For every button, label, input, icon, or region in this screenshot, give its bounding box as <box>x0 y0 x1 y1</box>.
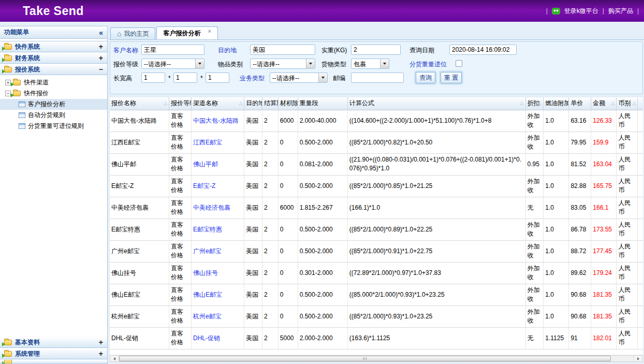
cell: 1.1125 <box>544 327 569 349</box>
column-header-label: 金额 <box>593 99 605 107</box>
item-type-value: --请选择-- <box>253 61 280 68</box>
column-header[interactable]: 燃油附加△ <box>544 97 569 110</box>
expand-toggle-icon[interactable]: + <box>99 339 103 346</box>
scrollbar-thumb[interactable] <box>119 356 611 361</box>
column-header[interactable]: 报价名称△ <box>110 97 169 110</box>
cell: 直客价格 <box>169 262 192 284</box>
column-header[interactable]: 渠道名称△ <box>192 97 244 110</box>
table-row[interactable]: 中美经济包裹直客价格中美经济包裹美国260001.815-2.267(166.1… <box>110 197 643 219</box>
channel-link[interactable]: 佛山平邮 <box>192 153 244 175</box>
cell: 63.16 <box>569 110 591 132</box>
tree-item[interactable]: 分货重量可进位规则 <box>0 121 107 132</box>
table-row[interactable]: 江西E邮宝直客价格江西E邮宝美国200.500-2.000((85*2/1.00… <box>110 132 643 153</box>
channel-link[interactable]: 杭州e邮宝 <box>192 305 244 327</box>
expand-toggle-icon[interactable]: + <box>99 43 103 50</box>
sidebar-section[interactable]: 报价系统− <box>0 64 107 75</box>
channel-link[interactable]: 江西E邮宝 <box>192 132 244 153</box>
horizontal-scrollbar[interactable] <box>110 355 643 362</box>
table-row[interactable]: 佛山E邮宝直客价格佛山E邮宝美国200.500-2.000((85.000*2/… <box>110 284 643 305</box>
sidebar-section[interactable]: 系统管理+ <box>0 348 107 359</box>
buy-product-link[interactable]: 购买产品 <box>608 7 633 16</box>
expand-toggle-icon[interactable]: + <box>99 54 103 62</box>
length-input[interactable] <box>141 72 165 83</box>
customer-name-input[interactable] <box>141 45 204 55</box>
collapse-sidebar-icon[interactable]: « <box>99 28 103 37</box>
column-header[interactable]: 材积除△ <box>278 97 298 110</box>
table-row[interactable]: E邮宝-Z直客价格E邮宝-Z美国200.500-2.000((85*2/1.00… <box>110 175 643 197</box>
column-header[interactable]: 金额△ <box>591 97 617 110</box>
column-header[interactable]: 重量段 <box>298 97 347 110</box>
channel-link[interactable]: 中国大包-水陆路 <box>192 110 244 132</box>
column-header[interactable]: 报价等级 <box>169 97 192 110</box>
column-header[interactable]: 结算重量△ <box>262 97 279 110</box>
sidebar-section[interactable]: 财务系统+ <box>0 52 107 64</box>
tree-item[interactable]: −快件报价 <box>0 88 107 99</box>
close-tab-icon[interactable]: × <box>208 28 211 34</box>
expand-toggle-icon[interactable]: + <box>99 350 103 357</box>
column-header[interactable]: 目的地△ <box>244 97 262 110</box>
dropdown-arrow-icon[interactable] <box>318 73 327 82</box>
cell: 90.68 <box>569 284 591 305</box>
cell: 直客价格 <box>169 305 192 327</box>
channel-link[interactable]: 佛山E邮宝 <box>192 284 244 305</box>
height-input[interactable] <box>206 72 229 83</box>
channel-link[interactable]: E邮宝特惠 <box>192 219 244 240</box>
tree-toggle-icon[interactable]: − <box>5 91 11 96</box>
item-type-select[interactable]: --请选择-- <box>250 59 315 69</box>
search-button[interactable]: 查询 <box>416 72 435 83</box>
dropdown-arrow-icon[interactable] <box>380 59 389 68</box>
table-row[interactable]: 佛山挂号直客价格佛山挂号美国200.301-2.000((72.89*2/1.0… <box>110 262 643 284</box>
quote-grade-select[interactable]: --请选择-- <box>141 59 204 69</box>
carry-weight-checkbox[interactable] <box>456 60 462 67</box>
cell: 中美经济包裹 <box>110 197 169 219</box>
sidebar-section[interactable]: 基本资料+ <box>0 337 107 348</box>
cell: 2 <box>262 110 279 132</box>
login-kwei-link[interactable]: 登录k微平台 <box>564 7 598 16</box>
query-date-input[interactable] <box>449 45 517 55</box>
folder-icon <box>4 44 12 50</box>
channel-link[interactable]: E邮宝-Z <box>192 175 244 197</box>
column-header[interactable]: 计算公式△ <box>347 97 525 110</box>
tab-inactive[interactable]: ⌂我的主页 <box>110 27 155 39</box>
amount-cell: 179.24 <box>591 262 617 284</box>
table-row[interactable]: 杭州e邮宝直客价格杭州e邮宝美国200.500-2.000((85*2/1.00… <box>110 305 643 327</box>
width-input[interactable] <box>173 72 197 83</box>
channel-link[interactable]: DHL-促销 <box>192 327 244 349</box>
table-row[interactable]: 广州e邮宝直客价格广州e邮宝美国200.500-2.000((85*2/1.00… <box>110 240 643 262</box>
sort-icon: △ <box>164 101 167 106</box>
column-header[interactable]: 币别△ <box>617 97 638 110</box>
sidebar-section-partial[interactable] <box>0 359 107 364</box>
tree-item[interactable]: 自动分货规则 <box>0 110 107 121</box>
table-row[interactable]: E邮宝特惠直客价格E邮宝特惠美国200.500-2.000((85*2/1.00… <box>110 219 643 240</box>
scroll-right-icon[interactable] <box>634 356 642 361</box>
tree-item-selected[interactable]: 客户报价分析 <box>0 99 107 110</box>
column-header[interactable]: 折扣△ <box>525 97 544 110</box>
channel-link[interactable]: 广州e邮宝 <box>192 240 244 262</box>
tree-item[interactable]: +快件渠道 <box>0 77 107 88</box>
sidebar-section[interactable]: 快件系统+ <box>0 41 107 52</box>
cargo-type-select[interactable]: 包裹 <box>351 59 389 69</box>
weight-input[interactable] <box>351 45 401 55</box>
carry-weight-label: 分货重量进位 <box>409 59 447 69</box>
channel-link[interactable]: 佛山挂号 <box>192 262 244 284</box>
scroll-left-icon[interactable] <box>110 356 119 361</box>
dropdown-arrow-icon[interactable] <box>306 59 315 68</box>
cell: 0.500-2.000 <box>298 305 347 327</box>
sort-icon: △ <box>563 101 567 106</box>
table-row[interactable]: DHL-促销直客价格DHL-促销美国250002.000-2.000(163.6… <box>110 327 643 349</box>
cell: 0 <box>278 219 298 240</box>
table-row[interactable]: 佛山平邮直客价格佛山平邮美国200.081-2.000((21.90+((0.0… <box>110 153 643 175</box>
table-row[interactable]: 中国大包-水陆路直客价格中国大包-水陆路美国260002.000-40.000(… <box>110 110 643 132</box>
zipcode-input[interactable] <box>351 72 404 83</box>
channel-link[interactable]: 中美经济包裹 <box>192 197 244 219</box>
dropdown-arrow-icon[interactable] <box>195 59 204 68</box>
reset-button[interactable]: 重 置 <box>441 72 462 83</box>
tab-active[interactable]: 客户报价分析× <box>156 26 217 39</box>
column-header[interactable]: 单价 <box>569 97 591 110</box>
business-type-select[interactable]: --请选择-- <box>270 72 328 83</box>
tree-toggle-icon[interactable]: + <box>5 80 11 85</box>
expand-toggle-icon[interactable]: − <box>99 66 103 73</box>
destination-input[interactable] <box>250 45 315 55</box>
sort-icon: △ <box>273 101 276 106</box>
column-header[interactable] <box>638 97 643 110</box>
